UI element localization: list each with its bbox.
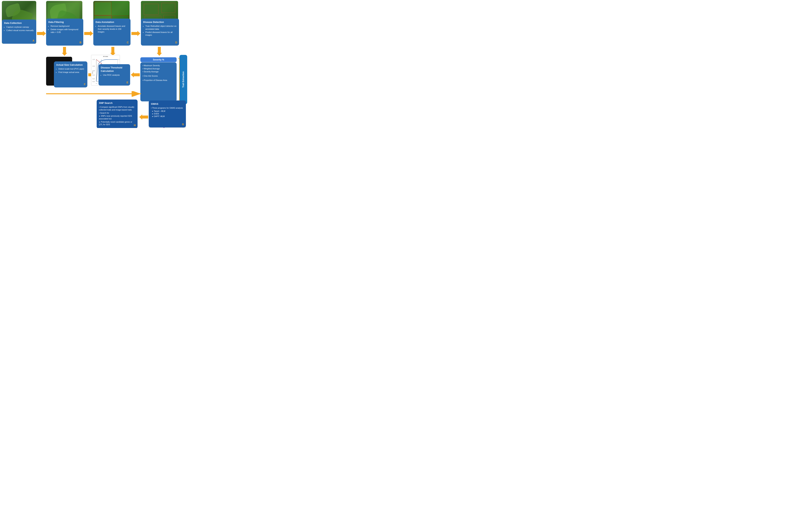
data-filtering-item-2: Delete images with foreground ratio < 0.… xyxy=(51,28,81,34)
severity-proportion: Proportion of Disease Area xyxy=(143,79,174,82)
disease-threshold-title: Disease Threshold Calculation xyxy=(101,66,128,73)
svg-marker-3 xyxy=(157,47,162,56)
label-d: D xyxy=(175,41,177,45)
disease-threshold-list: Use ROC analysis xyxy=(101,74,128,77)
severity-max: Maximum Severity xyxy=(143,64,174,67)
gwas-subitems: Tassel – MLM SVEN GAPIT -MLM xyxy=(151,110,184,118)
svg-marker-2 xyxy=(132,31,140,36)
data-annotation-box: Data Annotation Annotate diseased leaves… xyxy=(93,19,130,46)
svg-text:0.0: 0.0 xyxy=(93,81,95,82)
arrow-gwas-to-snp xyxy=(139,114,148,119)
snp-item-2: Search for xyxy=(99,112,135,114)
severity-average: Severity Average xyxy=(143,70,174,73)
label-b: B xyxy=(80,41,81,45)
data-filtering-title: Data Filtering xyxy=(48,21,81,24)
data-annotation-list: Annotate diseased leaves and their sever… xyxy=(95,25,128,33)
disease-threshold-box: Disease Threshold Calculation Use ROC an… xyxy=(98,64,130,86)
severity-label-text: Severity % xyxy=(153,58,164,61)
disease-detection-item-1: Train RetinaNet object detector on annot… xyxy=(145,25,177,30)
disease-detection-item-2: Predict diseased leaves for all images xyxy=(145,31,177,37)
severity-items-box: Maximum Severity Weighted Average Severi… xyxy=(140,62,177,101)
actual-size-box: Actual Size Calculation Detect scale too… xyxy=(54,61,87,87)
disease-detection-list: Train RetinaNet object detector on annot… xyxy=(143,25,177,37)
snp-search-title: SNP Search xyxy=(99,101,135,105)
gwas-sub-2: SVEN xyxy=(152,112,184,115)
severity-weighted: Weighted Average xyxy=(143,68,174,70)
data-collection-list: Capture soybean canopy Collect visual sc… xyxy=(4,26,34,32)
svg-marker-24 xyxy=(131,72,140,77)
svg-marker-1 xyxy=(84,31,93,36)
trait-extraction-box: Trait Extraction xyxy=(179,55,187,104)
label-e: E xyxy=(126,81,128,84)
snp-item-4: Potentially novel candidate genes or QTL… xyxy=(99,120,135,126)
gwas-item-1: Three programs for GWAS analysis xyxy=(151,107,184,109)
arrow-a-to-b xyxy=(37,31,46,36)
data-filtering-box: Data Filtering Remove background Delete … xyxy=(46,19,83,46)
gwas-title: GWAS xyxy=(151,102,184,106)
arrow-c-down xyxy=(110,47,115,56)
snp-item-1: Compare significant SNPs from visually c… xyxy=(99,106,135,111)
svg-marker-4 xyxy=(62,47,67,56)
svg-text:0.4: 0.4 xyxy=(93,74,95,76)
severity-onehot: One-Hot Scores xyxy=(143,75,174,77)
label-f: F xyxy=(84,83,86,86)
data-collection-item-1: Capture soybean canopy xyxy=(6,26,34,28)
arrow-b-down xyxy=(62,47,67,56)
data-collection-item-2: Collect visual scores manually xyxy=(6,29,34,32)
trait-extraction-label: Trait Extraction xyxy=(182,72,184,88)
arrow-e-to-severity xyxy=(131,72,140,77)
label-c: C xyxy=(127,41,128,45)
data-collection-title: Data Collection xyxy=(4,21,34,25)
label-g: G xyxy=(182,123,184,126)
svg-text:1.0: 1.0 xyxy=(118,59,119,60)
gwas-sub-3: GAPIT -MLM xyxy=(152,115,184,118)
svg-marker-31 xyxy=(139,114,148,119)
arrow-b-to-c xyxy=(84,31,93,36)
label-h: H xyxy=(134,124,136,127)
svg-text:1.0: 1.0 xyxy=(93,59,95,60)
data-annotation-title: Data Annotation xyxy=(95,21,128,24)
arrow-d-down xyxy=(157,47,162,56)
disease-detection-box: Disease Detection Train RetinaNet object… xyxy=(141,19,179,46)
data-filtering-list: Remove background Delete images with for… xyxy=(48,25,81,34)
actual-size-list: Detect scale tool (PVC pipe) Find image … xyxy=(56,68,85,74)
actual-size-item-1: Detect scale tool (PVC pipe) xyxy=(58,68,85,70)
svg-marker-0 xyxy=(37,31,46,36)
actual-size-title: Actual Size Calculation xyxy=(56,63,85,66)
severity-group2: One-Hot Scores xyxy=(143,75,174,77)
data-collection-box: Data Collection Capture soybean canopy C… xyxy=(2,20,36,44)
severity-group3: Proportion of Disease Area xyxy=(143,79,174,82)
data-annotation-item-1: Annotate diseased leaves and their sever… xyxy=(98,25,128,33)
snp-search-box: SNP Search Compare significant SNPs from… xyxy=(97,100,138,128)
data-filtering-item-1: Remove background xyxy=(51,25,81,28)
svg-text:0.6: 0.6 xyxy=(93,70,95,72)
severity-group1: Maximum Severity Weighted Average Severi… xyxy=(143,64,174,73)
long-bottom-arrow-svg xyxy=(46,91,143,97)
severity-label-box: Severity % xyxy=(140,57,177,62)
svg-text:0.2: 0.2 xyxy=(93,78,95,80)
svg-text:TPR: TPR xyxy=(92,72,93,74)
svg-text:0: 0 xyxy=(96,83,97,84)
svg-marker-5 xyxy=(110,47,115,56)
gwas-box: GWAS Three programs for GWAS analysis Ta… xyxy=(149,101,186,128)
actual-size-item-2: Find image actual area xyxy=(58,71,85,74)
label-a: A xyxy=(32,39,34,43)
chart-title: All data xyxy=(91,55,120,57)
snp-item-3: SNPs near previously reported SDS associ… xyxy=(99,115,135,120)
disease-detection-title: Disease Detection xyxy=(143,21,177,24)
svg-text:0.8: 0.8 xyxy=(93,65,95,67)
arrow-c-to-d xyxy=(131,31,141,36)
disease-threshold-item-1: Use ROC analysis xyxy=(103,74,128,77)
gwas-sub-1: Tassel – MLM xyxy=(152,110,184,112)
